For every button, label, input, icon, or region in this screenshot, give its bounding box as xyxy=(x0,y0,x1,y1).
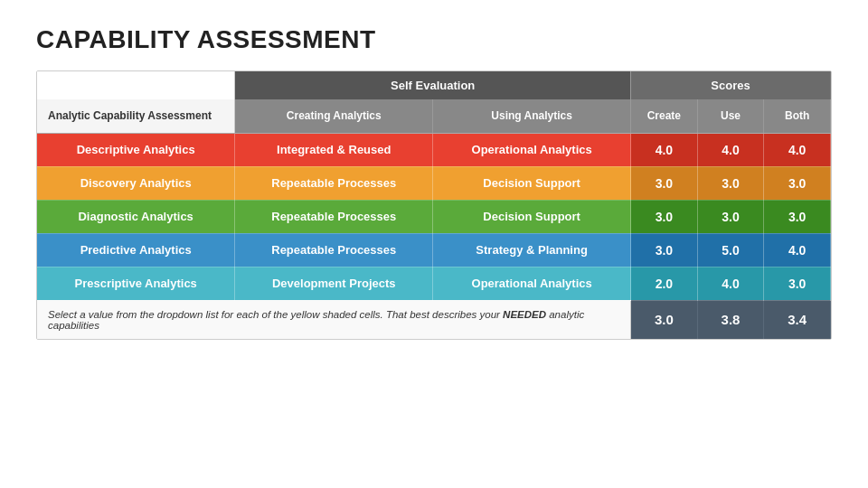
scores-header: Scores xyxy=(631,71,831,99)
row-use-score: 3.0 xyxy=(697,166,764,200)
table-row: Diagnostic AnalyticsRepeatable Processes… xyxy=(37,200,831,233)
row-label: Discovery Analytics xyxy=(37,166,235,200)
row-creating: Repeatable Processes xyxy=(235,233,433,267)
row-creating: Repeatable Processes xyxy=(235,200,433,233)
footer-use-total: 3.8 xyxy=(697,300,764,339)
row-label: Prescriptive Analytics xyxy=(37,267,235,300)
row-using: Operational Analytics xyxy=(433,267,631,300)
row-creating: Integrated & Reused xyxy=(235,133,433,166)
row-using: Operational Analytics xyxy=(433,133,631,166)
row-both-score: 4.0 xyxy=(764,233,831,267)
header-sub-row: Analytic Capability Assessment Creating … xyxy=(37,99,831,133)
header-use: Use xyxy=(697,99,764,133)
table-row: Descriptive AnalyticsIntegrated & Reused… xyxy=(37,133,831,166)
header-label-empty xyxy=(37,71,235,99)
row-label: Diagnostic Analytics xyxy=(37,200,235,233)
row-create-score: 2.0 xyxy=(631,267,698,300)
row-using: Decision Support xyxy=(433,200,631,233)
page-title: CAPABILITY ASSESSMENT xyxy=(36,25,832,54)
row-both-score: 4.0 xyxy=(764,133,831,166)
row-label: Descriptive Analytics xyxy=(37,133,235,166)
header-capability-label: Analytic Capability Assessment xyxy=(37,99,235,133)
table-row: Prescriptive AnalyticsDevelopment Projec… xyxy=(37,267,831,300)
header-create: Create xyxy=(631,99,698,133)
header-using: Using Analytics xyxy=(433,99,631,133)
row-use-score: 4.0 xyxy=(697,267,764,300)
table-row: Predictive AnalyticsRepeatable Processes… xyxy=(37,233,831,267)
row-both-score: 3.0 xyxy=(764,166,831,200)
header-top-row: Self Evaluation Scores xyxy=(37,71,831,99)
row-create-score: 3.0 xyxy=(631,200,698,233)
capability-table-wrapper: Self Evaluation Scores Analytic Capabili… xyxy=(36,70,832,340)
row-using: Decision Support xyxy=(433,166,631,200)
row-label: Predictive Analytics xyxy=(37,233,235,267)
row-use-score: 5.0 xyxy=(697,233,764,267)
table-body: Descriptive AnalyticsIntegrated & Reused… xyxy=(37,133,831,339)
row-creating: Development Projects xyxy=(235,267,433,300)
row-create-score: 4.0 xyxy=(631,133,698,166)
footer-row: Select a value from the dropdown list fo… xyxy=(37,300,831,339)
footer-both-total: 3.4 xyxy=(764,300,831,339)
capability-table: Self Evaluation Scores Analytic Capabili… xyxy=(37,71,831,339)
row-use-score: 4.0 xyxy=(697,133,764,166)
header-both: Both xyxy=(764,99,831,133)
table-row: Discovery AnalyticsRepeatable ProcessesD… xyxy=(37,166,831,200)
row-use-score: 3.0 xyxy=(697,200,764,233)
row-create-score: 3.0 xyxy=(631,233,698,267)
row-both-score: 3.0 xyxy=(764,267,831,300)
header-creating: Creating Analytics xyxy=(235,99,433,133)
row-using: Strategy & Planning xyxy=(433,233,631,267)
footer-label: Select a value from the dropdown list fo… xyxy=(37,300,631,339)
page-container: CAPABILITY ASSESSMENT Self Evaluation Sc… xyxy=(0,0,868,358)
row-creating: Repeatable Processes xyxy=(235,166,433,200)
footer-create-total: 3.0 xyxy=(631,300,698,339)
row-create-score: 3.0 xyxy=(631,166,698,200)
self-eval-header: Self Evaluation xyxy=(235,71,631,99)
row-both-score: 3.0 xyxy=(764,200,831,233)
